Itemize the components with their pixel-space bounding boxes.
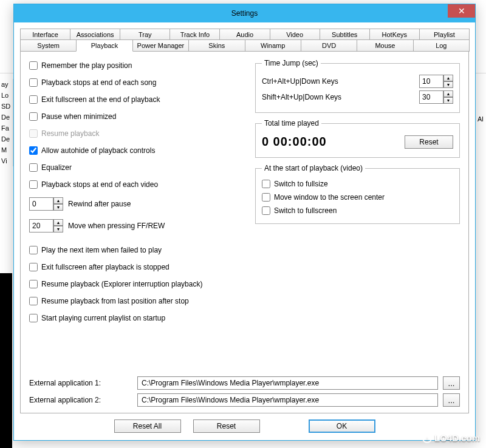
opt-switch-fullscreen[interactable]: Switch to fullscreen [262, 204, 453, 217]
bg-right-snippet: Al [477, 115, 485, 123]
start-playback-legend: At the start of playback (video) [262, 164, 365, 172]
total-time-value: 0 00:00:00 [262, 135, 327, 149]
rewind-value[interactable] [29, 197, 53, 211]
checkbox[interactable] [29, 146, 38, 155]
close-button[interactable]: ✕ [448, 4, 475, 18]
tab-row-2: System Playback Power Manager Skins Wina… [20, 39, 469, 51]
ok-button[interactable]: OK [309, 419, 375, 433]
settings-dialog: Settings ✕ Interface Associations Tray T… [13, 4, 476, 441]
shift-keys-spinner[interactable]: ▲ ▼ [419, 90, 453, 104]
tab-playlist[interactable]: Playlist [419, 29, 470, 40]
reset-all-button[interactable]: Reset All [114, 419, 181, 433]
opt-stop-end-video[interactable]: Playback stops at end of each video [29, 178, 244, 191]
ext-app-2-input[interactable] [137, 393, 438, 407]
tab-row-1: Interface Associations Tray Track Info A… [20, 29, 469, 39]
rewind-after-pause-spinner[interactable]: ▲ ▼ [29, 197, 63, 211]
ext-app-2-label: External application 2: [29, 396, 132, 404]
checkbox[interactable] [29, 263, 38, 271]
close-icon: ✕ [458, 6, 465, 16]
titlebar[interactable]: Settings ✕ [14, 4, 475, 22]
shift-value[interactable] [419, 90, 443, 104]
watermark: ↓ LO4D.com [422, 433, 480, 443]
checkbox[interactable] [29, 180, 38, 189]
checkbox[interactable] [29, 297, 38, 305]
move-ffrew-spinner[interactable]: ▲ ▼ [29, 219, 63, 232]
spin-up-icon[interactable]: ▲ [443, 90, 453, 97]
opt-play-next-failed[interactable]: Play the next item when failed to play [29, 243, 244, 257]
tab-power-manager[interactable]: Power Manager [132, 39, 189, 52]
checkbox[interactable] [29, 246, 38, 254]
ctrl-keys-spinner[interactable]: ▲ ▼ [419, 75, 453, 88]
ctrl-keys-label: Ctrl+Alt+Up|Down Keys [262, 77, 414, 86]
spin-down-icon[interactable]: ▼ [443, 81, 453, 88]
checkbox[interactable] [262, 180, 270, 188]
ext-app-1-browse-button[interactable]: ... [443, 376, 460, 390]
checkbox[interactable] [29, 163, 38, 172]
reset-button[interactable]: Reset [193, 419, 260, 433]
rewind-label: Rewind after pause [68, 200, 131, 208]
tab-tray[interactable]: Tray [120, 29, 170, 40]
spin-up-icon[interactable]: ▲ [53, 197, 63, 204]
ffrew-value[interactable] [29, 219, 53, 232]
opt-exit-fs-end[interactable]: Exit fullscreen at the end of playback [29, 93, 244, 106]
tab-mouse[interactable]: Mouse [357, 39, 413, 52]
opt-allow-autohide[interactable]: Allow autohide of playback controls [29, 144, 244, 157]
tab-panel-playback: Remember the play position Playback stop… [20, 51, 469, 413]
tab-system[interactable]: System [20, 39, 77, 52]
opt-start-playlist[interactable]: Start playing current playlist on startu… [29, 311, 244, 325]
tab-playback[interactable]: Playback [76, 39, 132, 52]
tab-subtitles[interactable]: Subtitles [320, 29, 370, 40]
opt-resume-last-pos[interactable]: Resume playback from last position after… [29, 294, 244, 308]
opt-stop-end-song[interactable]: Playback stops at end of each song [29, 76, 244, 89]
checkbox[interactable] [29, 280, 38, 288]
ext-app-2-browse-button[interactable]: ... [443, 393, 460, 407]
spin-up-icon[interactable]: ▲ [53, 219, 63, 226]
tab-log[interactable]: Log [413, 39, 470, 52]
opt-switch-fullsize[interactable]: Switch to fullsize [262, 177, 453, 191]
opt-pause-minimized[interactable]: Pause when minimized [29, 110, 244, 123]
window-title: Settings [231, 9, 258, 18]
total-time-group: Total time played 0 00:00:00 Reset [255, 119, 460, 158]
ctrl-value[interactable] [419, 75, 443, 88]
checkbox[interactable] [29, 314, 38, 322]
spin-down-icon[interactable]: ▼ [53, 226, 63, 232]
opt-remember-position[interactable]: Remember the play position [29, 59, 244, 72]
opt-resume-explorer[interactable]: Resume playback (Explorer interruption p… [29, 277, 244, 291]
download-icon: ↓ [422, 433, 432, 443]
tab-skins[interactable]: Skins [188, 39, 245, 52]
tab-associations[interactable]: Associations [70, 29, 120, 40]
ffrew-label: Move when pressing FF/REW [68, 222, 165, 230]
time-jump-group: Time Jump (sec) Ctrl+Alt+Up|Down Keys ▲ … [255, 59, 460, 113]
tab-video[interactable]: Video [270, 29, 320, 40]
spin-down-icon[interactable]: ▼ [443, 97, 453, 104]
ext-app-1-input[interactable] [137, 376, 438, 390]
spin-down-icon[interactable]: ▼ [53, 204, 63, 211]
ext-app-1-label: External application 1: [29, 379, 132, 387]
opt-exit-fs-stopped[interactable]: Exit fullscreen after playback is stoppe… [29, 260, 244, 274]
start-playback-group: At the start of playback (video) Switch … [255, 164, 460, 224]
checkbox [29, 129, 38, 138]
reset-total-time-button[interactable]: Reset [405, 135, 453, 149]
opt-resume-playback: Resume playback [29, 127, 244, 140]
total-time-legend: Total time played [262, 119, 321, 127]
tab-winamp[interactable]: Winamp [245, 39, 301, 52]
checkbox[interactable] [29, 112, 38, 121]
checkbox[interactable] [29, 95, 38, 104]
bg-left-snippet: ayLo SDDe FaDe MVi [0, 79, 13, 166]
time-jump-legend: Time Jump (sec) [262, 59, 321, 67]
dialog-button-bar: Reset All Reset OK [20, 413, 469, 435]
shift-keys-label: Shift+Alt+Up|Down Keys [262, 93, 414, 101]
spin-up-icon[interactable]: ▲ [443, 75, 453, 81]
opt-equalizer[interactable]: Equalizer [29, 161, 244, 174]
opt-move-center[interactable]: Move window to the screen center [262, 191, 453, 204]
checkbox[interactable] [29, 61, 38, 70]
checkbox[interactable] [29, 78, 38, 87]
tab-dvd[interactable]: DVD [301, 39, 357, 52]
checkbox[interactable] [262, 193, 270, 202]
tab-audio[interactable]: Audio [219, 29, 270, 40]
tab-track-info[interactable]: Track Info [169, 29, 220, 40]
tab-hotkeys[interactable]: HotKeys [369, 29, 420, 40]
checkbox[interactable] [262, 206, 270, 215]
tab-interface[interactable]: Interface [20, 29, 70, 40]
